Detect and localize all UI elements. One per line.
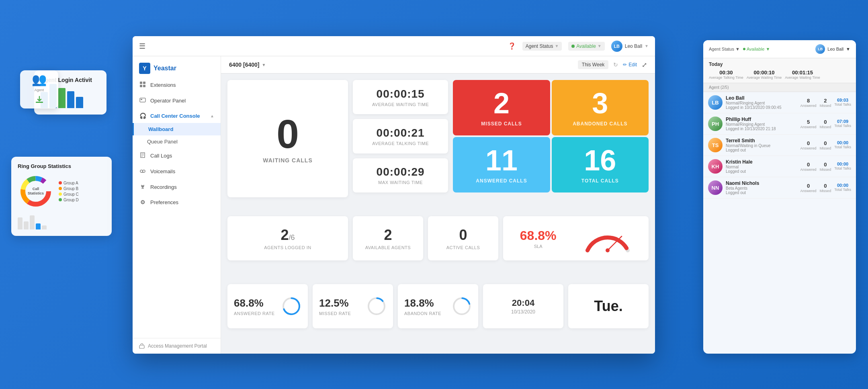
as-missed-val-2: 0 — [820, 140, 831, 146]
day-box: Tue. — [568, 284, 649, 328]
agent-name-0: Leo Ball — [726, 95, 797, 101]
rp-avatar: LB — [815, 44, 825, 54]
agent-status-3: Logged out — [726, 169, 797, 174]
rp-date-section: Today 00:30 Average Talking Time 00:00:1… — [703, 58, 856, 83]
content-header-right: This Week ↻ ✏ Edit ⤢ — [578, 60, 647, 69]
rp-avg-wait: 00:00:10 Average Waiting Time — [747, 70, 782, 80]
agent-status-0: Logged in 10/13/2020 09:00:45 — [726, 105, 797, 110]
as-talks-val-3: 00:00 — [834, 162, 851, 166]
sidebar-item-queue-panel[interactable]: Queue Panel — [133, 135, 221, 148]
sidebar-item-extensions[interactable]: Extensions — [133, 77, 221, 93]
call-logs-icon — [139, 152, 146, 160]
svg-rect-0 — [36, 102, 43, 103]
as-answered-lbl-4: Answered — [800, 189, 817, 193]
as-missed-4: 0 Missed — [820, 183, 831, 193]
top-bar-left: ☰ — [139, 42, 145, 51]
edit-pencil-icon: ✏ — [623, 62, 627, 68]
hamburger-icon[interactable]: ☰ — [139, 42, 145, 51]
call-center-icon: 🎧 — [139, 113, 146, 119]
agent-icon: 👥 — [32, 72, 47, 86]
access-management-label: Access Management Portal — [148, 343, 207, 349]
sla-value: 68.8% — [520, 228, 557, 243]
available-dropdown[interactable]: Available ▼ — [568, 42, 604, 51]
agents-logged-in-label: AGENTS LOGGED IN — [264, 245, 311, 250]
agent-icon-widget: 👥 Agent — [20, 70, 58, 109]
answered-calls-value: 11 — [485, 146, 518, 175]
svg-point-26 — [606, 248, 610, 252]
agent-row-2: TS Terrell Smith Normal/Waiting in Queue… — [703, 135, 856, 156]
rp-avg-talk: 00:30 Average Talking Time — [709, 70, 743, 80]
rp-agent-status: Agent Status ▼ — [709, 47, 740, 51]
operator-panel-label: Operator Panel — [150, 98, 186, 104]
sidebar-item-wallboard[interactable]: Wallboard — [133, 123, 221, 135]
sidebar-item-preferences[interactable]: ⚙ Preferences — [133, 195, 221, 209]
total-calls-value: 16 — [584, 146, 616, 175]
abandon-rate-label: ABANDON RATE — [404, 311, 441, 316]
agent-avatar-0: LB — [708, 95, 723, 110]
as-talks-lbl-3: Total Talks — [834, 166, 851, 170]
agent-row-4: NN Naomi Nichols Beta Agents Logged out … — [703, 177, 856, 199]
agents-total-denom: /6 — [289, 233, 295, 242]
agent-info-3: Kristin Hale Normal Logged out — [726, 159, 797, 174]
help-icon-area: ❓ — [508, 42, 516, 50]
rp-max-wait-val: 00:01:15 — [785, 70, 820, 76]
edit-link[interactable]: ✏ Edit — [623, 62, 637, 68]
expand-icon[interactable]: ⤢ — [642, 61, 647, 69]
svg-rect-13 — [140, 98, 145, 102]
voicemails-icon — [139, 168, 146, 175]
period-badge[interactable]: This Week — [578, 60, 608, 69]
sidebar-item-voicemails[interactable]: Voicemails — [133, 164, 221, 179]
agent-stats-0: 8 Answered 2 Missed 69:03 Total Talks — [800, 98, 851, 108]
agent-avatar-2: TS — [708, 138, 723, 152]
as-missed-val-0: 2 — [820, 98, 831, 104]
top-bar-right: ❓ Agent Status ▼ Available ▼ LB Leo Ball… — [508, 41, 649, 52]
help-icon: ❓ — [508, 42, 516, 50]
sidebar-item-recordings[interactable]: Recordings — [133, 179, 221, 195]
as-missed-lbl-1: Missed — [820, 125, 831, 129]
sla-label: SLA — [520, 244, 557, 249]
agent-name-2: Terrell Smith — [726, 138, 797, 143]
queue-selector[interactable]: 6400 [6400] ▼ — [229, 61, 266, 68]
agent-stats-4: 0 Answered 0 Missed 00:00 Total Talks — [800, 183, 851, 193]
access-management-link[interactable]: Access Management Portal — [133, 338, 221, 354]
total-calls-box: 16 TOTAL CALLS — [552, 137, 649, 192]
svg-rect-11 — [140, 85, 142, 87]
as-missed-lbl-3: Missed — [820, 168, 831, 172]
avg-talking-time-label: AVERAGE TALKING TIME — [372, 141, 429, 146]
svg-rect-14 — [141, 99, 142, 100]
as-talks-4: 00:00 Total Talks — [834, 183, 851, 193]
abandon-rate-value: 18.8% — [404, 297, 441, 309]
agent-avatar-4: NN — [708, 180, 723, 195]
waiting-calls-label: WAITING CALLS — [263, 157, 312, 164]
agent-stats-3: 0 Answered 0 Missed 00:00 Total Talks — [800, 162, 851, 172]
abandoned-calls-value: 3 — [592, 89, 608, 118]
sidebar-item-call-logs[interactable]: Call Logs — [133, 148, 221, 164]
datetime-time: 20:04 — [512, 298, 534, 308]
bar-4 — [67, 91, 74, 108]
voicemails-label: Voicemails — [150, 168, 175, 174]
user-badge[interactable]: LB Leo Ball ▼ — [611, 41, 649, 52]
agent-status-label: Agent Status — [526, 43, 553, 49]
missed-rate-text: 12.5% MISSED RATE — [319, 297, 351, 316]
svg-point-18 — [140, 170, 143, 172]
as-answered-4: 0 Answered — [800, 183, 817, 193]
abandon-rate-inner: 18.8% ABANDON RATE — [398, 296, 478, 316]
recordings-label: Recordings — [150, 184, 177, 190]
abandoned-calls-label: ABANDONED CALLS — [573, 121, 627, 127]
ring-legend: Group A Group B Group C Group D — [59, 181, 79, 202]
as-missed-2: 0 Missed — [820, 140, 831, 150]
agent-status-dropdown[interactable]: Agent Status ▼ — [522, 42, 562, 51]
sidebar-item-operator-panel[interactable]: Operator Panel — [133, 93, 221, 109]
stats-top-row: 0 WAITING CALLS 00:00:15 AVERAGE WAITING… — [227, 80, 649, 192]
waiting-calls-value: 0 — [276, 114, 299, 154]
answered-calls-label: ANSWERED CALLS — [476, 178, 527, 184]
refresh-icon[interactable]: ↻ — [613, 61, 618, 68]
agent-status-2: Logged out — [726, 148, 797, 152]
svg-rect-24 — [139, 345, 144, 348]
sidebar-item-call-center[interactable]: 🎧 Call Center Console ▲ — [133, 109, 221, 123]
as-talks-lbl-1: Total Talks — [834, 124, 851, 128]
rp-available: Available ▼ — [743, 47, 770, 51]
time-stats-col: 00:00:15 AVERAGE WAITING TIME 00:00:21 A… — [353, 80, 448, 192]
total-calls-label: TOTAL CALLS — [581, 178, 619, 184]
as-missed-0: 2 Missed — [820, 98, 831, 108]
